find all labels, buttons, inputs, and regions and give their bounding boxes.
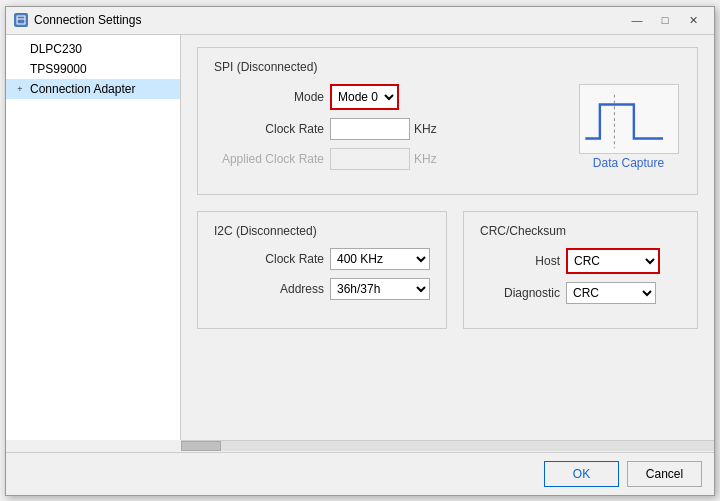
crc-diagnostic-select[interactable]: CRC Checksum None [566,282,656,304]
crc-host-label: Host [480,254,560,268]
crc-section: CRC/Checksum Host CRC Checksum None [463,211,698,329]
spi-mode-row: Mode Mode 0 Mode 1 Mode 2 Mode 3 [214,84,556,110]
i2c-clock-rate-label: Clock Rate [214,252,324,266]
sidebar-item-dlpc230[interactable]: DLPC230 [6,39,180,59]
i2c-section: I2C (Disconnected) Clock Rate 400 KHz 10… [197,211,447,329]
data-capture-box[interactable]: Data Capture [576,84,681,170]
spi-mode-label: Mode [214,90,324,104]
sidebar-label-dlpc230: DLPC230 [30,42,82,56]
spi-clock-rate-input[interactable]: 5000 [330,118,410,140]
title-bar-left: Connection Settings [14,13,141,27]
sidebar: DLPC230 TPS99000 + Connection Adapter [6,35,181,440]
window-icon [14,13,28,27]
expander-placeholder2 [14,63,26,75]
sidebar-label-connection-adapter: Connection Adapter [30,82,135,96]
data-capture-label: Data Capture [593,156,664,170]
sidebar-item-connection-adapter[interactable]: + Connection Adapter [6,79,180,99]
ok-button[interactable]: OK [544,461,619,487]
spi-mode-select[interactable]: Mode 0 Mode 1 Mode 2 Mode 3 [332,86,397,108]
connection-adapter-expander: + [14,83,26,95]
sidebar-label-tps99000: TPS99000 [30,62,87,76]
title-bar: Connection Settings — □ ✕ [6,7,714,35]
window-title: Connection Settings [34,13,141,27]
i2c-address-label: Address [214,282,324,296]
crc-diagnostic-label: Diagnostic [480,286,560,300]
spi-clock-rate-unit: KHz [414,122,437,136]
svg-rect-0 [17,16,25,24]
spi-fields: Mode Mode 0 Mode 1 Mode 2 Mode 3 [214,84,556,178]
spi-section-title: SPI (Disconnected) [214,60,681,74]
i2c-clock-rate-select[interactable]: 400 KHz 100 KHz 1000 KHz [330,248,430,270]
main-area: SPI (Disconnected) Mode Mode 0 Mode 1 Mo… [181,35,714,440]
spi-content: Mode Mode 0 Mode 1 Mode 2 Mode 3 [214,84,681,178]
host-select-wrapper: CRC Checksum None [566,248,660,274]
scrollbar-thumb[interactable] [181,441,221,451]
cancel-button[interactable]: Cancel [627,461,702,487]
main-window: Connection Settings — □ ✕ DLPC230 TPS990… [5,6,715,496]
close-button[interactable]: ✕ [680,10,706,30]
spi-section: SPI (Disconnected) Mode Mode 0 Mode 1 Mo… [197,47,698,195]
spi-applied-clock-rate-unit: KHz [414,152,437,166]
svg-rect-2 [580,85,677,153]
horizontal-scrollbar[interactable] [181,440,714,452]
crc-section-title: CRC/Checksum [480,224,681,238]
spi-clock-rate-label: Clock Rate [214,122,324,136]
mode-select-wrapper: Mode 0 Mode 1 Mode 2 Mode 3 [330,84,399,110]
maximize-button[interactable]: □ [652,10,678,30]
crc-host-row: Host CRC Checksum None [480,248,681,274]
bottom-bar: OK Cancel [6,452,714,495]
title-controls: — □ ✕ [624,10,706,30]
expander-placeholder [14,43,26,55]
content-area: DLPC230 TPS99000 + Connection Adapter SP… [6,35,714,440]
i2c-address-select[interactable]: 36h/37h 38h/39h 3Ah/3Bh [330,278,430,300]
i2c-section-title: I2C (Disconnected) [214,224,430,238]
scrollbar-track [181,441,714,451]
crc-diagnostic-row: Diagnostic CRC Checksum None [480,282,681,304]
crc-host-select[interactable]: CRC Checksum None [568,250,658,272]
spi-clock-rate-row: Clock Rate 5000 KHz [214,118,556,140]
spi-applied-clock-rate-row: Applied Clock Rate KHz [214,148,556,170]
sidebar-item-tps99000[interactable]: TPS99000 [6,59,180,79]
spi-applied-clock-rate-input [330,148,410,170]
spi-applied-clock-rate-label: Applied Clock Rate [214,152,324,166]
i2c-address-row: Address 36h/37h 38h/39h 3Ah/3Bh [214,278,430,300]
lower-sections: I2C (Disconnected) Clock Rate 400 KHz 10… [197,211,698,329]
waveform-display [579,84,679,154]
i2c-clock-rate-row: Clock Rate 400 KHz 100 KHz 1000 KHz [214,248,430,270]
minimize-button[interactable]: — [624,10,650,30]
